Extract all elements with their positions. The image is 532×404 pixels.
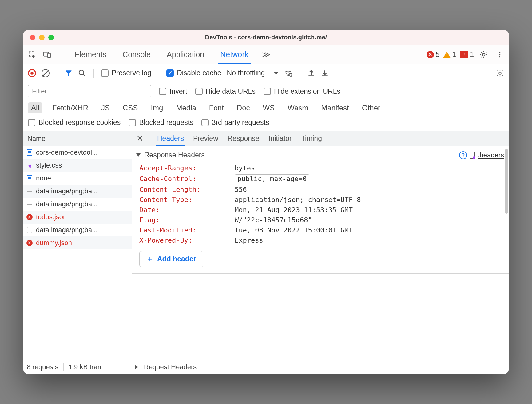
request-row[interactable]: data:image/png;ba... (23, 198, 132, 211)
svg-point-7 (79, 70, 84, 75)
third-party-requests-label: 3rd-party requests (212, 118, 269, 127)
more-tabs-icon[interactable]: ≫ (262, 50, 270, 59)
clear-button[interactable] (42, 69, 50, 77)
plus-icon: ＋ (146, 254, 153, 264)
preserve-log-label: Preserve log (112, 69, 151, 77)
type-all[interactable]: All (28, 102, 42, 113)
close-details-button[interactable]: ✕ (132, 131, 148, 146)
details-tab-headers[interactable]: Headers (157, 131, 184, 146)
request-row[interactable]: dummy.json (23, 236, 132, 249)
tab-elements[interactable]: Elements (66, 45, 114, 64)
header-row: Content-Type:application/json; charset=U… (132, 195, 509, 205)
divider (58, 50, 58, 59)
blocked-requests-checkbox[interactable]: Blocked requests (129, 118, 193, 127)
divider (300, 69, 300, 78)
blocked-response-cookies-label: Blocked response cookies (38, 118, 121, 127)
filter-icon[interactable] (65, 69, 73, 77)
request-headers-section[interactable]: Request Headers (132, 360, 509, 374)
devtools-window: DevTools - cors-demo-devtools.glitch.me/… (23, 30, 509, 374)
type-other[interactable]: Other (359, 102, 383, 113)
details-tab-preview[interactable]: Preview (193, 131, 218, 146)
tab-console[interactable]: Console (114, 45, 159, 64)
tab-network[interactable]: Network (212, 45, 256, 64)
hide-extension-urls-checkbox[interactable]: Hide extension URLs (264, 87, 340, 96)
request-list-header[interactable]: Name (23, 131, 132, 146)
warning-count[interactable]: 1 (443, 50, 456, 59)
error-count-value: 5 (436, 50, 440, 59)
headers-source-link[interactable]: .headers (470, 151, 504, 159)
checkbox-checked-icon (166, 69, 174, 77)
blocked-response-cookies-checkbox[interactable]: Blocked response cookies (28, 118, 121, 127)
preserve-log-checkbox[interactable]: Preserve log (101, 69, 151, 77)
zoom-window-button[interactable] (48, 35, 54, 40)
request-name: none (36, 174, 51, 182)
type-fetch-xhr[interactable]: Fetch/XHR (49, 102, 91, 113)
type-doc[interactable]: Doc (234, 102, 253, 113)
request-name: data:image/png;ba... (36, 226, 98, 234)
upload-har-icon[interactable] (307, 69, 315, 77)
header-value[interactable]: public, max-age=0 (235, 174, 309, 183)
kebab-menu-icon[interactable] (494, 49, 506, 61)
disclosure-icon (136, 153, 141, 157)
disable-cache-label: Disable cache (177, 69, 221, 77)
type-img[interactable]: Img (148, 102, 166, 113)
issues-count[interactable]: ! 1 (460, 50, 474, 59)
details-tab-timing[interactable]: Timing (301, 131, 322, 146)
request-row[interactable]: none (23, 172, 132, 185)
request-type-icon (26, 162, 33, 169)
search-icon[interactable] (78, 69, 86, 77)
request-row[interactable]: data:image/png;ba... (23, 185, 132, 198)
header-name: Content-Type: (139, 196, 228, 204)
response-headers-section[interactable]: Response Headers ? .headers (132, 146, 509, 163)
device-toggle-icon[interactable] (41, 49, 53, 61)
inspect-icon[interactable] (26, 49, 38, 61)
throttling-select[interactable]: No throttling (227, 69, 279, 77)
type-css[interactable]: CSS (120, 102, 141, 113)
header-row: Content-Length:556 (132, 184, 509, 195)
filter-row: Invert Hide data URLs Hide extension URL… (23, 82, 509, 101)
hide-data-urls-checkbox[interactable]: Hide data URLs (195, 87, 256, 96)
divider (159, 69, 159, 78)
type-wasm[interactable]: Wasm (284, 102, 311, 113)
header-row: Date:Mon, 21 Aug 2023 11:53:35 GMT (132, 205, 509, 215)
third-party-requests-checkbox[interactable]: 3rd-party requests (201, 118, 269, 127)
add-header-button[interactable]: ＋ Add header (139, 251, 203, 267)
header-name: Cache-Control: (139, 175, 228, 183)
checkbox-icon (264, 88, 271, 95)
disable-cache-checkbox[interactable]: Disable cache (166, 69, 221, 77)
network-settings-icon[interactable] (496, 69, 504, 77)
minimize-window-button[interactable] (39, 35, 45, 40)
main-tabbar: Elements Console Application Network ≫ ✕… (23, 45, 509, 64)
tab-application[interactable]: Application (159, 45, 212, 64)
details-tab-response[interactable]: Response (228, 131, 260, 146)
close-window-button[interactable] (30, 35, 35, 40)
download-har-icon[interactable] (321, 69, 329, 77)
record-button[interactable] (28, 69, 36, 77)
file-icon (470, 152, 475, 159)
request-row[interactable]: data:image/png;ba... (23, 224, 132, 236)
type-font[interactable]: Font (206, 102, 227, 113)
body-split: Name cors-demo-devtool...style.cssnoneda… (23, 131, 509, 360)
type-media[interactable]: Media (173, 102, 199, 113)
request-type-icon (26, 227, 33, 233)
header-value: W/"22c-18457c15d68" (235, 216, 312, 224)
window-title: DevTools - cors-demo-devtools.glitch.me/ (23, 34, 509, 41)
type-manifest[interactable]: Manifest (318, 102, 352, 113)
scrollbar[interactable] (505, 149, 508, 214)
response-headers-title: Response Headers (144, 151, 205, 159)
request-type-icon (26, 201, 33, 208)
details-tab-initiator[interactable]: Initiator (268, 131, 292, 146)
help-icon[interactable]: ? (459, 151, 467, 159)
network-conditions-icon[interactable] (284, 69, 292, 77)
request-row[interactable]: style.css (23, 159, 132, 172)
type-ws[interactable]: WS (260, 102, 278, 113)
filter-input[interactable] (28, 85, 151, 97)
request-type-icon (26, 175, 33, 182)
type-js[interactable]: JS (98, 102, 113, 113)
header-row: Accept-Ranges:bytes (132, 163, 509, 173)
settings-icon[interactable] (478, 49, 490, 61)
invert-checkbox[interactable]: Invert (159, 87, 187, 96)
request-row[interactable]: cors-demo-devtool... (23, 146, 132, 159)
error-count[interactable]: ✕ 5 (427, 50, 440, 59)
request-row[interactable]: todos.json (23, 211, 132, 224)
